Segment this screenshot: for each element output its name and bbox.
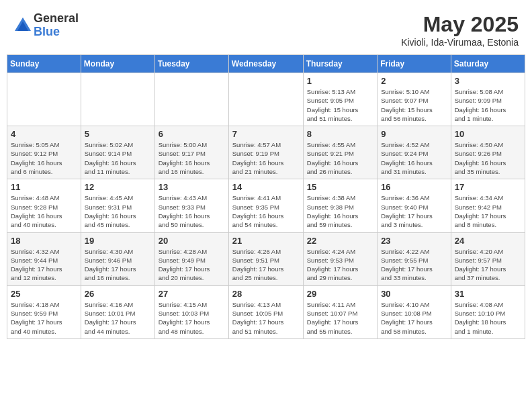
calendar-cell: 11Sunrise: 4:48 AMSunset: 9:28 PMDayligh… [7,179,81,232]
day-number: 22 [307,236,373,246]
calendar-cell: 15Sunrise: 4:38 AMSunset: 9:38 PMDayligh… [303,179,377,232]
day-info: Sunrise: 4:34 AMSunset: 9:42 PMDaylight:… [455,193,521,229]
day-number: 3 [455,76,521,86]
day-info: Sunrise: 4:38 AMSunset: 9:38 PMDaylight:… [307,193,373,229]
day-number: 14 [232,182,300,192]
week-row-1: 1Sunrise: 5:13 AMSunset: 9:05 PMDaylight… [7,73,525,126]
day-info: Sunrise: 5:02 AMSunset: 9:14 PMDaylight:… [85,140,151,176]
day-number: 18 [11,236,77,246]
calendar-cell: 27Sunrise: 4:15 AMSunset: 10:03 PMDaylig… [154,285,228,338]
week-row-3: 11Sunrise: 4:48 AMSunset: 9:28 PMDayligh… [7,179,525,232]
day-number: 7 [232,129,300,139]
location-title: Kivioli, Ida-Virumaa, Estonia [401,37,519,48]
calendar-cell: 12Sunrise: 4:45 AMSunset: 9:31 PMDayligh… [81,179,154,232]
calendar-cell: 25Sunrise: 4:18 AMSunset: 9:59 PMDayligh… [7,285,81,338]
calendar-cell: 18Sunrise: 4:32 AMSunset: 9:44 PMDayligh… [7,232,81,285]
calendar-cell: 13Sunrise: 4:43 AMSunset: 9:33 PMDayligh… [154,179,228,232]
week-row-5: 25Sunrise: 4:18 AMSunset: 9:59 PMDayligh… [7,285,525,338]
day-info: Sunrise: 4:55 AMSunset: 9:21 PMDaylight:… [307,140,373,176]
day-number: 26 [85,289,151,299]
title-area: May 2025 Kivioli, Ida-Virumaa, Estonia [401,12,519,48]
calendar-cell [228,73,303,126]
day-header-sunday: Sunday [7,55,81,73]
calendar-cell: 5Sunrise: 5:02 AMSunset: 9:14 PMDaylight… [81,126,154,179]
day-info: Sunrise: 4:16 AMSunset: 10:01 PMDaylight… [85,300,151,336]
calendar-cell: 21Sunrise: 4:26 AMSunset: 9:51 PMDayligh… [228,232,303,285]
day-number: 27 [159,289,225,299]
calendar-cell: 9Sunrise: 4:52 AMSunset: 9:24 PMDaylight… [378,126,451,179]
calendar-cell: 14Sunrise: 4:41 AMSunset: 9:35 PMDayligh… [228,179,303,232]
day-number: 12 [85,182,151,192]
calendar-cell: 20Sunrise: 4:28 AMSunset: 9:49 PMDayligh… [154,232,228,285]
calendar-cell: 31Sunrise: 4:08 AMSunset: 10:10 PMDaylig… [451,285,525,338]
day-number: 17 [455,182,521,192]
day-info: Sunrise: 5:05 AMSunset: 9:12 PMDaylight:… [11,140,77,176]
calendar-cell: 7Sunrise: 4:57 AMSunset: 9:19 PMDaylight… [228,126,303,179]
day-number: 23 [381,236,447,246]
day-number: 8 [307,129,373,139]
day-number: 13 [159,182,225,192]
day-number: 4 [11,129,77,139]
day-number: 10 [455,129,521,139]
day-number: 16 [381,182,447,192]
day-number: 6 [159,129,225,139]
day-number: 11 [11,182,77,192]
day-info: Sunrise: 4:30 AMSunset: 9:46 PMDaylight:… [85,247,151,283]
day-header-tuesday: Tuesday [154,55,228,73]
day-info: Sunrise: 4:48 AMSunset: 9:28 PMDaylight:… [11,193,77,229]
day-number: 5 [85,129,151,139]
calendar-table: SundayMondayTuesdayWednesdayThursdayFrid… [7,54,525,339]
day-number: 20 [159,236,225,246]
day-number: 15 [307,182,373,192]
calendar-cell [154,73,228,126]
day-number: 29 [307,289,373,299]
day-number: 24 [455,236,521,246]
calendar-cell: 6Sunrise: 5:00 AMSunset: 9:17 PMDaylight… [154,126,228,179]
day-info: Sunrise: 4:20 AMSunset: 9:57 PMDaylight:… [455,247,521,283]
day-info: Sunrise: 4:57 AMSunset: 9:19 PMDaylight:… [232,140,300,176]
day-info: Sunrise: 4:36 AMSunset: 9:40 PMDaylight:… [381,193,447,229]
logo-text: General Blue [34,12,79,39]
day-header-wednesday: Wednesday [228,55,303,73]
calendar-cell: 22Sunrise: 4:24 AMSunset: 9:53 PMDayligh… [303,232,377,285]
logo: General Blue [13,12,79,39]
day-number: 19 [85,236,151,246]
week-row-2: 4Sunrise: 5:05 AMSunset: 9:12 PMDaylight… [7,126,525,179]
calendar-cell: 3Sunrise: 5:08 AMSunset: 9:09 PMDaylight… [451,73,525,126]
day-number: 9 [381,129,447,139]
calendar-cell: 30Sunrise: 4:10 AMSunset: 10:08 PMDaylig… [378,285,451,338]
day-info: Sunrise: 4:10 AMSunset: 10:08 PMDaylight… [381,300,447,336]
calendar-cell: 26Sunrise: 4:16 AMSunset: 10:01 PMDaylig… [81,285,154,338]
calendar-cell [81,73,154,126]
day-header-saturday: Saturday [451,55,525,73]
calendar-cell: 4Sunrise: 5:05 AMSunset: 9:12 PMDaylight… [7,126,81,179]
day-info: Sunrise: 5:08 AMSunset: 9:09 PMDaylight:… [455,87,521,123]
day-info: Sunrise: 4:28 AMSunset: 9:49 PMDaylight:… [159,247,225,283]
day-number: 2 [381,76,447,86]
page-header: General Blue May 2025 Kivioli, Ida-Virum… [7,7,525,52]
calendar-cell: 8Sunrise: 4:55 AMSunset: 9:21 PMDaylight… [303,126,377,179]
day-info: Sunrise: 4:41 AMSunset: 9:35 PMDaylight:… [232,193,300,229]
day-header-monday: Monday [81,55,154,73]
day-info: Sunrise: 5:10 AMSunset: 9:07 PMDaylight:… [381,87,447,123]
day-header-friday: Friday [378,55,451,73]
day-number: 31 [455,289,521,299]
day-info: Sunrise: 4:18 AMSunset: 9:59 PMDaylight:… [11,300,77,336]
day-info: Sunrise: 5:13 AMSunset: 9:05 PMDaylight:… [307,87,373,123]
day-info: Sunrise: 4:52 AMSunset: 9:24 PMDaylight:… [381,140,447,176]
day-info: Sunrise: 4:22 AMSunset: 9:55 PMDaylight:… [381,247,447,283]
calendar-cell: 2Sunrise: 5:10 AMSunset: 9:07 PMDaylight… [378,73,451,126]
calendar-cell: 23Sunrise: 4:22 AMSunset: 9:55 PMDayligh… [378,232,451,285]
day-info: Sunrise: 4:08 AMSunset: 10:10 PMDaylight… [455,300,521,336]
month-title: May 2025 [401,12,519,37]
day-info: Sunrise: 4:50 AMSunset: 9:26 PMDaylight:… [455,140,521,176]
day-info: Sunrise: 4:26 AMSunset: 9:51 PMDaylight:… [232,247,300,283]
logo-icon [13,16,32,35]
calendar-cell: 24Sunrise: 4:20 AMSunset: 9:57 PMDayligh… [451,232,525,285]
day-info: Sunrise: 4:13 AMSunset: 10:05 PMDaylight… [232,300,300,336]
logo-blue: Blue [34,26,79,39]
day-number: 21 [232,236,300,246]
day-info: Sunrise: 4:15 AMSunset: 10:03 PMDaylight… [159,300,225,336]
day-info: Sunrise: 4:11 AMSunset: 10:07 PMDaylight… [307,300,373,336]
logo-general: General [34,12,79,26]
